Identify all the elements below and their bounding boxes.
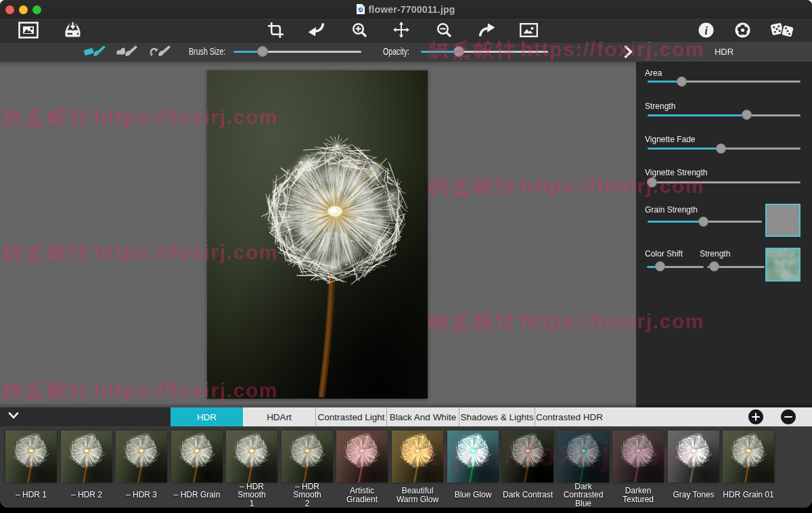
svg-text:i: i [704, 24, 708, 37]
